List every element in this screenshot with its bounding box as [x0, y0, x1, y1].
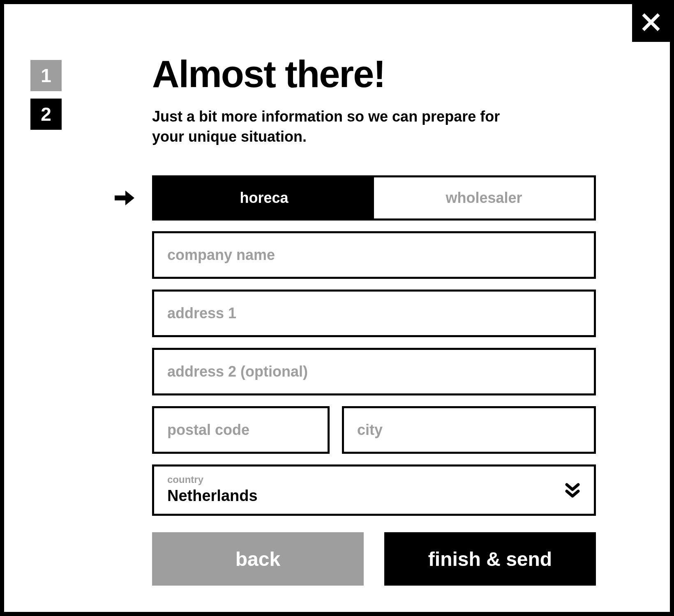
country-select[interactable]: country Netherlands — [152, 464, 596, 516]
page-subtitle: Just a bit more information so we can pr… — [152, 107, 522, 147]
company-name-field[interactable] — [154, 233, 594, 277]
tab-horeca[interactable]: horeca — [154, 177, 374, 218]
step-indicator: 1 2 — [30, 60, 62, 130]
address1-field-wrapper — [152, 290, 596, 337]
address2-field[interactable] — [154, 350, 594, 393]
company-name-field-wrapper — [152, 231, 596, 279]
arrow-right-icon — [113, 186, 136, 209]
postal-city-row — [152, 406, 596, 454]
back-button[interactable]: back — [152, 532, 364, 586]
close-icon — [642, 13, 660, 33]
country-select-value: Netherlands — [167, 487, 581, 505]
city-field[interactable] — [344, 408, 594, 452]
tab-wholesaler[interactable]: wholesaler — [374, 177, 594, 218]
step-2[interactable]: 2 — [30, 99, 62, 130]
customer-type-tabs: horeca wholesaler — [152, 175, 596, 221]
close-button[interactable] — [632, 4, 670, 42]
postal-code-field-wrapper — [152, 406, 330, 454]
country-select-label: country — [167, 474, 581, 485]
chevron-double-down-icon — [565, 482, 580, 499]
form-content: Almost there! Just a bit more informatio… — [152, 55, 596, 586]
modal-frame: 1 2 Almost there! Just a bit more inform… — [0, 0, 674, 616]
button-row: back finish & send — [152, 532, 596, 586]
finish-send-button[interactable]: finish & send — [384, 532, 596, 586]
page-title: Almost there! — [152, 55, 596, 93]
city-field-wrapper — [342, 406, 596, 454]
address1-field[interactable] — [154, 292, 594, 335]
address2-field-wrapper — [152, 348, 596, 395]
postal-code-field[interactable] — [154, 408, 328, 452]
step-1[interactable]: 1 — [30, 60, 62, 91]
